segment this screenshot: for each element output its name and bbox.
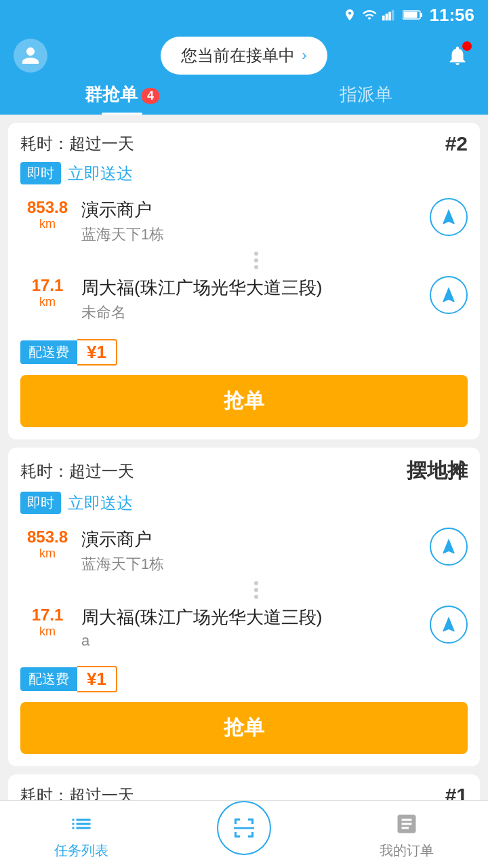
- order-num: #2: [445, 132, 468, 155]
- delivery-label: 立即送达: [68, 492, 133, 514]
- order-card: 耗时：超过一天 摆地摊 即时 立即送达 853.8 km 演示商户 蓝海天下1栋: [8, 448, 480, 766]
- card-header: 耗时：超过一天 摆地摊: [8, 448, 480, 492]
- pickup-nav-btn[interactable]: [430, 198, 468, 236]
- instant-tag: 即时: [20, 162, 61, 184]
- svg-rect-1: [385, 14, 388, 20]
- svg-rect-2: [388, 12, 391, 20]
- bell-badge: [462, 41, 472, 51]
- svg-rect-7: [234, 827, 254, 829]
- status-time: 11:56: [430, 5, 475, 26]
- dropoff-addr: a: [81, 632, 430, 650]
- fee-amount: ¥1: [77, 339, 117, 366]
- dropoff-info: 周大福(珠江广场光华大道三段) a: [75, 606, 430, 650]
- pickup-info: 演示商户 蓝海天下1栋: [75, 198, 430, 245]
- pickup-nav-btn[interactable]: [430, 528, 468, 566]
- svg-rect-5: [420, 13, 422, 17]
- pickup-name: 演示商户: [81, 528, 430, 551]
- nav-tasks-label: 任务列表: [54, 842, 108, 860]
- svg-rect-0: [382, 16, 385, 20]
- tag-row: 即时 立即送达: [8, 162, 480, 191]
- fee-label: 配送费: [20, 340, 77, 364]
- pickup-dist: 853.8 km: [20, 528, 75, 561]
- bell-button[interactable]: [441, 39, 474, 73]
- grab-button[interactable]: 抢单: [20, 375, 468, 427]
- locations: 853.8 km 演示商户 蓝海天下1栋 17.1 km: [8, 521, 480, 656]
- svg-rect-6: [403, 12, 417, 18]
- svg-rect-3: [391, 10, 394, 21]
- fee-row: 配送费 ¥1: [8, 656, 480, 702]
- bottom-nav: 任务列表 我的订单: [0, 800, 488, 868]
- route-dots: [20, 252, 468, 269]
- pickup-row: 853.8 km 演示商户 蓝海天下1栋: [20, 191, 468, 252]
- status-bar: 11:56: [0, 0, 488, 30]
- nav-orders-label: 我的订单: [380, 842, 434, 860]
- fee-label: 配送费: [20, 667, 77, 691]
- dropoff-nav-btn[interactable]: [430, 606, 468, 644]
- nav-orders[interactable]: 我的订单: [325, 809, 488, 860]
- dropoff-dist: 17.1 km: [20, 606, 75, 639]
- instant-tag: 即时: [20, 492, 61, 514]
- status-icons: [343, 7, 423, 22]
- pickup-name: 演示商户: [81, 198, 430, 222]
- header: 您当前在接单中 ›: [0, 30, 488, 75]
- avatar[interactable]: [14, 39, 47, 73]
- dropoff-row: 17.1 km 周大福(珠江广场光华大道三段) a: [20, 599, 468, 656]
- tab-group[interactable]: 群抢单4: [0, 83, 244, 115]
- card-header: 耗时：超过一天 #2: [8, 123, 480, 162]
- status-button[interactable]: 您当前在接单中 ›: [161, 37, 327, 75]
- orders-icon: [392, 809, 422, 839]
- pickup-info: 演示商户 蓝海天下1栋: [75, 528, 430, 574]
- dropoff-name: 周大福(珠江广场光华大道三段): [81, 606, 430, 629]
- tab-assign[interactable]: 指派单: [244, 83, 488, 115]
- tag-row: 即时 立即送达: [8, 492, 480, 521]
- pickup-addr: 蓝海天下1栋: [81, 224, 430, 245]
- pickup-addr: 蓝海天下1栋: [81, 554, 430, 574]
- grab-button[interactable]: 抢单: [20, 702, 468, 754]
- list-icon: [66, 809, 96, 839]
- dropoff-dist: 17.1 km: [20, 276, 75, 309]
- group-badge: 4: [142, 88, 159, 104]
- dropoff-info: 周大福(珠江广场光华大道三段) 未命名: [75, 276, 430, 323]
- route-dots: [20, 581, 468, 599]
- delivery-label: 立即送达: [68, 163, 133, 184]
- scan-icon[interactable]: [217, 801, 271, 855]
- status-arrow: ›: [302, 47, 306, 64]
- nav-scan[interactable]: [163, 814, 325, 855]
- locations: 853.8 km 演示商户 蓝海天下1栋 17.1 km: [8, 191, 480, 330]
- pickup-dist: 853.8 km: [20, 198, 75, 231]
- status-text: 您当前在接单中: [181, 45, 295, 66]
- dropoff-name: 周大福(珠江广场光华大道三段): [81, 276, 430, 300]
- time-label: 耗时：超过一天: [20, 133, 134, 155]
- time-label: 耗时：超过一天: [20, 460, 134, 482]
- dropoff-nav-btn[interactable]: [430, 276, 468, 314]
- dropoff-addr: 未命名: [81, 302, 430, 323]
- fee-row: 配送费 ¥1: [8, 330, 480, 375]
- order-card: 耗时：超过一天 #2 即时 立即送达 853.8 km 演示商户 蓝海天下1栋: [8, 123, 480, 439]
- order-num: 摆地摊: [407, 457, 468, 485]
- nav-tasks[interactable]: 任务列表: [0, 809, 163, 860]
- order-list: 耗时：超过一天 #2 即时 立即送达 853.8 km 演示商户 蓝海天下1栋: [0, 115, 488, 868]
- tabs: 群抢单4 指派单: [0, 75, 488, 115]
- dropoff-row: 17.1 km 周大福(珠江广场光华大道三段) 未命名: [20, 269, 468, 330]
- pickup-row: 853.8 km 演示商户 蓝海天下1栋: [20, 521, 468, 581]
- fee-amount: ¥1: [77, 666, 117, 692]
